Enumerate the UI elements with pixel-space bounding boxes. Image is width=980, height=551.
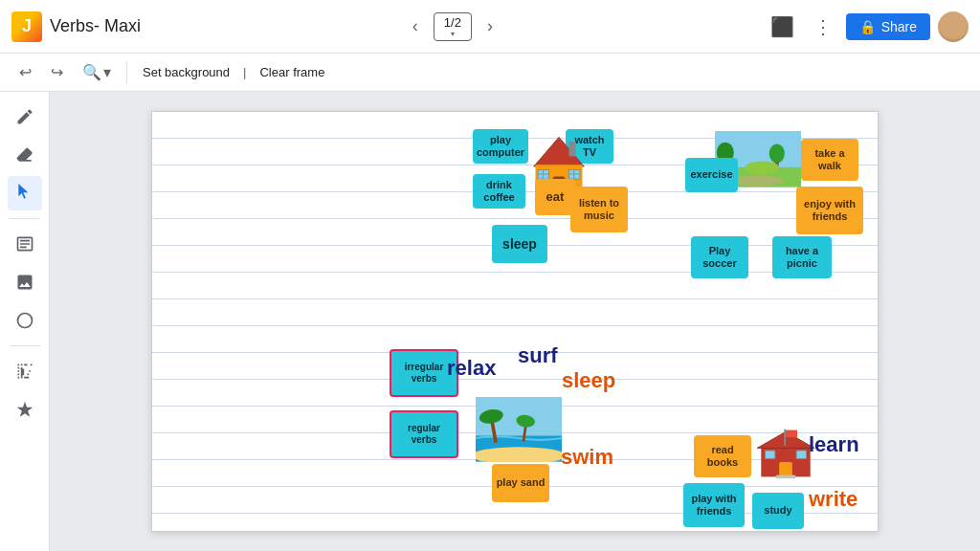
svg-point-22 xyxy=(476,447,562,461)
zoom-button[interactable]: 🔍 ▾ xyxy=(75,59,119,85)
undo-button[interactable]: ↩ xyxy=(11,59,39,85)
toolbar: ↩ ↪ 🔍 ▾ Set background | Clear frame xyxy=(0,54,980,92)
svg-point-19 xyxy=(746,162,780,175)
eat-note: eat xyxy=(535,179,575,215)
redo-button[interactable]: ↪ xyxy=(43,59,71,85)
sidebar-separator-1 xyxy=(10,218,40,219)
listen-to-music-note: listen to music xyxy=(570,187,628,232)
school-image xyxy=(757,428,814,480)
sleep-2-word: sleep xyxy=(562,368,615,393)
svg-rect-34 xyxy=(776,475,796,478)
play-with-friends-note: play with friends xyxy=(683,483,745,527)
top-right-actions: ⬛ ⋮ 🔒 Share xyxy=(765,10,969,44)
svg-point-14 xyxy=(732,176,784,187)
relax-word: relax xyxy=(447,356,496,381)
next-slide-button[interactable]: › xyxy=(479,12,501,40)
svg-rect-32 xyxy=(796,451,806,459)
slide-canvas[interactable]: irregular verbs regular verbs play compu… xyxy=(151,111,879,532)
main-area: irregular verbs regular verbs play compu… xyxy=(0,92,980,551)
present-icon-btn[interactable]: ⬛ xyxy=(765,10,800,44)
enjoy-with-friends-note: enjoy with friends xyxy=(796,187,863,234)
zoom-arrow-icon: ▾ xyxy=(103,63,111,81)
svg-rect-30 xyxy=(786,430,797,438)
svg-rect-29 xyxy=(784,430,786,446)
pen-tool-button[interactable] xyxy=(8,99,42,134)
top-bar: J Verbs- Maxi ‹ 1/2 ▾ › ⬛ ⋮ 🔒 Share xyxy=(0,0,980,54)
drink-coffee-note: drink coffee xyxy=(473,174,525,209)
study-note: study xyxy=(752,493,804,529)
eraser-tool-button[interactable] xyxy=(8,138,42,172)
zoom-icon: 🔍 xyxy=(82,63,101,81)
connector-tool-button[interactable] xyxy=(8,392,42,427)
take-a-walk-note: take a walk xyxy=(801,139,858,181)
more-options-btn[interactable]: ⋮ xyxy=(808,10,838,44)
sidebar-separator-2 xyxy=(10,345,40,346)
play-sand-note: play sand xyxy=(492,464,549,502)
beach-image xyxy=(476,397,562,464)
exercise-note: exercise xyxy=(685,158,738,192)
svg-marker-1 xyxy=(534,137,585,166)
note-tool-button[interactable] xyxy=(8,227,42,261)
play-computer-note: play computer xyxy=(473,129,528,164)
learn-word: learn xyxy=(809,432,859,457)
svg-point-0 xyxy=(17,314,32,328)
page-indicator[interactable]: 1/2 ▾ xyxy=(434,12,472,41)
sleep-1-note: sleep xyxy=(492,225,547,263)
shape-tool-button[interactable] xyxy=(8,303,42,338)
page-dropdown-arrow: ▾ xyxy=(451,30,455,38)
left-sidebar xyxy=(0,92,50,551)
text-tool-button[interactable] xyxy=(8,354,42,388)
prev-slide-button[interactable]: ‹ xyxy=(405,12,426,40)
canvas-area[interactable]: irregular verbs regular verbs play compu… xyxy=(50,92,980,551)
play-soccer-note: Play soccer xyxy=(691,236,748,278)
read-books-note: read books xyxy=(694,435,751,477)
surf-word: surf xyxy=(518,343,558,368)
svg-rect-2 xyxy=(569,142,576,157)
set-background-button[interactable]: Set background xyxy=(135,61,237,83)
svg-rect-31 xyxy=(766,451,775,459)
svg-point-18 xyxy=(769,144,785,164)
toolbar-separator-1 xyxy=(126,61,127,84)
lock-icon: 🔒 xyxy=(859,19,876,34)
select-tool-button[interactable] xyxy=(8,176,42,210)
clear-frame-button[interactable]: Clear frame xyxy=(252,61,332,83)
toolbar-separator-text: | xyxy=(241,65,248,79)
regular-verbs-card: regular verbs xyxy=(390,410,458,458)
document-title[interactable]: Verbs- Maxi xyxy=(50,16,141,36)
write-word: write xyxy=(809,487,858,512)
share-button[interactable]: 🔒 Share xyxy=(846,13,930,40)
svg-rect-33 xyxy=(779,462,792,476)
image-tool-button[interactable] xyxy=(8,265,42,299)
have-a-picnic-note: have a picnic xyxy=(772,236,832,278)
app-logo: J xyxy=(11,11,42,42)
swim-word: swim xyxy=(561,445,613,470)
avatar[interactable] xyxy=(938,11,969,42)
